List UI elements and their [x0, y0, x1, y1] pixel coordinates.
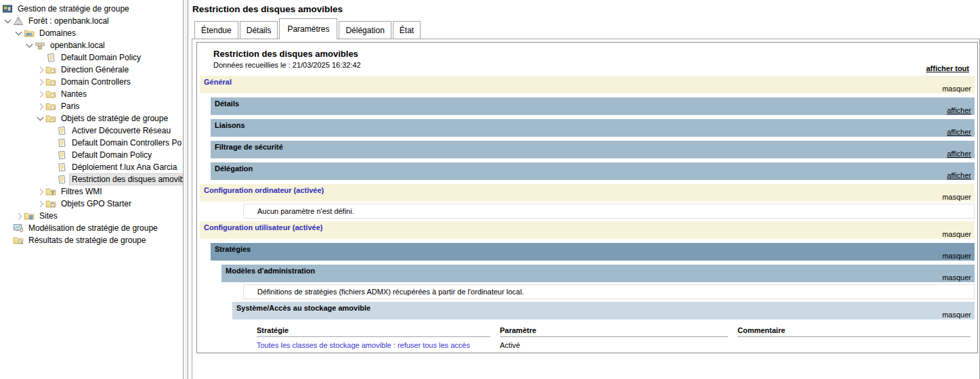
section-toggle-link[interactable]: masquer: [942, 311, 971, 319]
forest-icon: [13, 16, 24, 26]
tab-details[interactable]: Détails: [240, 21, 278, 39]
report-collected-date: Données recueillies le : 21/03/2025 16:3…: [213, 61, 975, 69]
tree-item-label: Gestion de stratégie de groupe: [16, 3, 131, 14]
chevron-collapsed-icon[interactable]: [13, 214, 24, 219]
wmi-filter-folder-icon: [45, 186, 56, 197]
domain-icon: [35, 40, 45, 51]
gpo-folder-icon: [45, 113, 56, 124]
section-title: Configuration utilisateur (activée): [204, 223, 322, 231]
section-modeles-administration: Modèles d'administration masquer: [221, 265, 975, 282]
policy-comment-value: [738, 337, 971, 349]
tree-item-forest[interactable]: Forêt : openbank.local: [0, 15, 183, 27]
chevron-collapsed-icon[interactable]: [35, 92, 45, 97]
section-toggle-link[interactable]: masquer: [942, 85, 971, 93]
column-header-parametre: Paramètre: [500, 324, 728, 337]
gpo-icon: [56, 150, 67, 160]
tab-etat[interactable]: État: [393, 21, 421, 39]
chevron-expanded-icon[interactable]: [24, 44, 35, 47]
gpo-icon: [45, 52, 56, 63]
tree-item-ou-nantes[interactable]: Nantes: [0, 88, 183, 100]
chevron-collapsed-icon[interactable]: [35, 68, 45, 72]
section-title: Liaisons: [215, 121, 245, 129]
chevron-collapsed-icon[interactable]: [35, 80, 45, 85]
tab-page-parametres: Restriction des disques amovibles Donnée…: [192, 39, 980, 379]
tree-item-domaines[interactable]: Domaines: [0, 27, 183, 39]
section-toggle-link[interactable]: masquer: [942, 230, 971, 238]
tree-item-label: Default Domain Policy: [70, 150, 154, 160]
tree-item-label: Sites: [37, 210, 60, 221]
tree-item-ou-paris[interactable]: Paris: [0, 100, 183, 112]
section-toggle-link[interactable]: masquer: [942, 273, 971, 282]
tree-item-label: Forêt : openbank.local: [26, 16, 111, 26]
section-delegation: Délégation afficher: [211, 162, 975, 180]
section-toggle-link[interactable]: masquer: [942, 252, 971, 260]
section-title: Stratégies: [215, 245, 251, 253]
tree-item-label: Nantes: [59, 89, 89, 99]
section-toggle-link[interactable]: afficher: [947, 128, 971, 136]
tree-item-gpo-default-dc-policy[interactable]: Default Domain Controllers Po: [0, 137, 183, 149]
chevron-collapsed-icon[interactable]: [35, 202, 45, 206]
tab-parametres[interactable]: Paramètres: [279, 18, 337, 39]
ou-folder-icon: [45, 101, 56, 112]
tree-item-label: openbank.local: [48, 40, 107, 51]
tree-item-label: Domain Controllers: [59, 76, 133, 87]
results-folder-icon: [13, 235, 24, 246]
gpo-icon: [56, 137, 67, 148]
tree-item-label: Paris: [59, 101, 81, 112]
tree-item-label: Restriction des disques amovib: [70, 174, 184, 185]
chevron-expanded-icon[interactable]: [13, 32, 24, 35]
ou-folder-icon: [45, 64, 56, 75]
section-toggle-link[interactable]: afficher: [947, 106, 971, 114]
tree-item-gpo-restriction-disques[interactable]: Restriction des disques amovib: [0, 173, 183, 185]
tree-item-default-domain-policy-link[interactable]: Default Domain Policy: [0, 51, 183, 64]
section-toggle-link[interactable]: afficher: [947, 150, 971, 158]
column-header-strategie: Stratégie: [257, 324, 490, 337]
tree-item-label: Default Domain Policy: [59, 52, 143, 63]
tree-item-ou-domain-controllers[interactable]: Domain Controllers: [0, 76, 183, 88]
console-tree-pane: Gestion de stratégie de groupe Forêt : o…: [0, 0, 184, 379]
section-title: Détails: [215, 99, 239, 108]
tree-item-gpo-starter[interactable]: Objets GPO Starter: [0, 198, 183, 210]
section-title: Général: [204, 78, 232, 86]
sites-folder-icon: [24, 210, 35, 221]
tree-item-label: Activer Découverte Réseau: [70, 125, 173, 136]
pane-splitter[interactable]: [184, 0, 188, 379]
tab-etendue[interactable]: Étendue: [194, 21, 238, 39]
chevron-expanded-icon[interactable]: [2, 20, 13, 22]
gpo-icon: [56, 125, 67, 136]
chevron-collapsed-icon[interactable]: [35, 104, 45, 109]
chevron-collapsed-icon[interactable]: [35, 190, 45, 194]
tree-item-label: Modélisation de stratégie de groupe: [26, 223, 160, 233]
report-header: Restriction des disques amovibles Donnée…: [200, 49, 975, 76]
tree-item-label: Direction Générale: [59, 64, 131, 75]
tab-delegation[interactable]: Délégation: [339, 21, 391, 39]
chevron-expanded-icon[interactable]: [35, 117, 45, 120]
section-liaisons: Liaisons afficher: [211, 119, 975, 137]
tree-item-gpo-container[interactable]: Objets de stratégie de groupe: [0, 112, 183, 125]
tree-item-resultats[interactable]: Résultats de stratégie de groupe: [0, 234, 183, 246]
tree-item-domain-openbank[interactable]: openbank.local: [0, 39, 183, 51]
tree-item-gpo-activer-decouverte[interactable]: Activer Découverte Réseau: [0, 125, 183, 137]
gpo-icon: [56, 162, 67, 173]
policy-setting-value: Activé: [500, 337, 728, 349]
tree-item-gpo-default-domain-policy[interactable]: Default Domain Policy: [0, 149, 183, 161]
tree-item-gpmc-root[interactable]: Gestion de stratégie de groupe: [0, 3, 183, 15]
section-toggle-link[interactable]: afficher: [947, 171, 971, 179]
policy-link[interactable]: Toutes les classes de stockage amovible …: [257, 337, 490, 349]
tree-item-sites[interactable]: Sites: [0, 210, 183, 222]
section-systeme-stockage-amovible: Système/Accès au stockage amovible masqu…: [232, 302, 975, 319]
tree-item-label: Résultats de stratégie de groupe: [26, 235, 148, 246]
section-general: Général masquer: [200, 76, 975, 93]
tree-item-ou-direction-generale[interactable]: Direction Générale: [0, 64, 183, 76]
tree-item-modelisation[interactable]: Modélisation de stratégie de groupe: [0, 222, 183, 234]
tree-item-label: Domaines: [37, 28, 78, 39]
tree-item-filtres-wmi[interactable]: Filtres WMI: [0, 185, 183, 198]
tree-item-gpo-deploiement-flux[interactable]: Déploiement f.lux Ana Garcia: [0, 161, 183, 173]
table-row: Toutes les classes de stockage amovible …: [243, 337, 975, 349]
settings-table: Stratégie Paramètre Commentaire Toutes l…: [243, 324, 975, 349]
column-header-commentaire: Commentaire: [738, 324, 971, 337]
section-title: Système/Accès au stockage amovible: [236, 304, 370, 312]
section-toggle-link[interactable]: masquer: [942, 193, 971, 201]
modeling-icon: [13, 223, 24, 233]
show-all-link[interactable]: afficher tout: [926, 64, 969, 72]
